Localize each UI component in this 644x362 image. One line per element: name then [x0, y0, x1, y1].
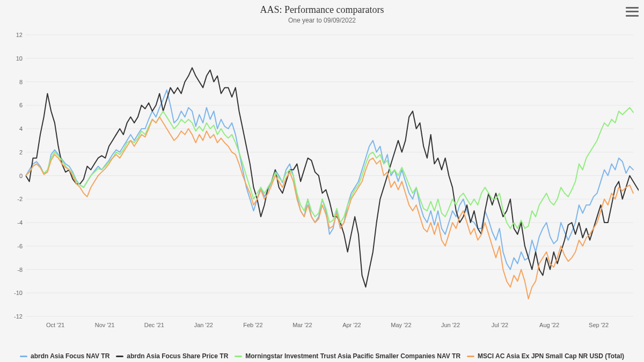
- svg-text:-8: -8: [17, 267, 23, 273]
- hamburger-menu-icon[interactable]: [626, 4, 639, 19]
- svg-text:May '22: May '22: [391, 322, 411, 328]
- svg-text:-4: -4: [17, 219, 23, 226]
- legend-item[interactable]: abrdn Asia Focus NAV TR: [20, 352, 109, 360]
- svg-text:Aug '22: Aug '22: [539, 322, 559, 328]
- svg-text:Sep '22: Sep '22: [589, 322, 609, 328]
- legend-item[interactable]: Morningstar Investment Trust Asia Pacifi…: [235, 352, 460, 360]
- svg-text:10: 10: [16, 55, 23, 62]
- legend-item[interactable]: MSCI AC Asia Ex JPN Small Cap NR USD (To…: [467, 352, 624, 360]
- svg-text:Mar '22: Mar '22: [292, 322, 312, 328]
- legend-swatch: [116, 356, 123, 357]
- svg-text:-2: -2: [17, 196, 23, 202]
- legend-swatch: [467, 356, 474, 357]
- chart-title: AAS: Performance comparators: [0, 0, 644, 16]
- legend-item[interactable]: abrdn Asia Focus Share Price TR: [116, 352, 228, 360]
- svg-text:6: 6: [19, 102, 23, 108]
- svg-text:-6: -6: [17, 243, 23, 249]
- svg-text:Dec '21: Dec '21: [144, 322, 164, 328]
- svg-text:12: 12: [16, 32, 23, 38]
- svg-text:Nov '21: Nov '21: [95, 322, 115, 328]
- legend-swatch: [20, 356, 27, 357]
- legend-label: MSCI AC Asia Ex JPN Small Cap NR USD (To…: [478, 352, 624, 360]
- chart-container: AAS: Performance comparators One year to…: [0, 0, 644, 362]
- svg-text:2: 2: [19, 149, 23, 156]
- svg-text:Oct '21: Oct '21: [46, 322, 65, 328]
- legend: abrdn Asia Focus NAV TRabrdn Asia Focus …: [0, 351, 644, 360]
- chart-subtitle: One year to 09/09/2022: [0, 16, 644, 24]
- svg-text:Feb '22: Feb '22: [243, 322, 262, 328]
- svg-text:Jun '22: Jun '22: [441, 322, 460, 328]
- legend-label: abrdn Asia Focus Share Price TR: [127, 352, 228, 360]
- svg-text:-10: -10: [14, 290, 23, 296]
- svg-text:0: 0: [19, 173, 23, 179]
- legend-swatch: [235, 356, 242, 357]
- svg-text:-12: -12: [14, 313, 23, 320]
- svg-text:Jan '22: Jan '22: [194, 322, 213, 328]
- legend-label: abrdn Asia Focus NAV TR: [31, 352, 109, 360]
- svg-text:Jul '22: Jul '22: [492, 322, 508, 328]
- legend-label: Morningstar Investment Trust Asia Pacifi…: [245, 352, 460, 360]
- svg-text:4: 4: [19, 125, 23, 132]
- svg-text:8: 8: [19, 79, 23, 85]
- plot-area: -12-10-8-6-4-2024681012Oct '21Nov '21Dec…: [11, 29, 639, 333]
- svg-text:Apr '22: Apr '22: [342, 322, 361, 328]
